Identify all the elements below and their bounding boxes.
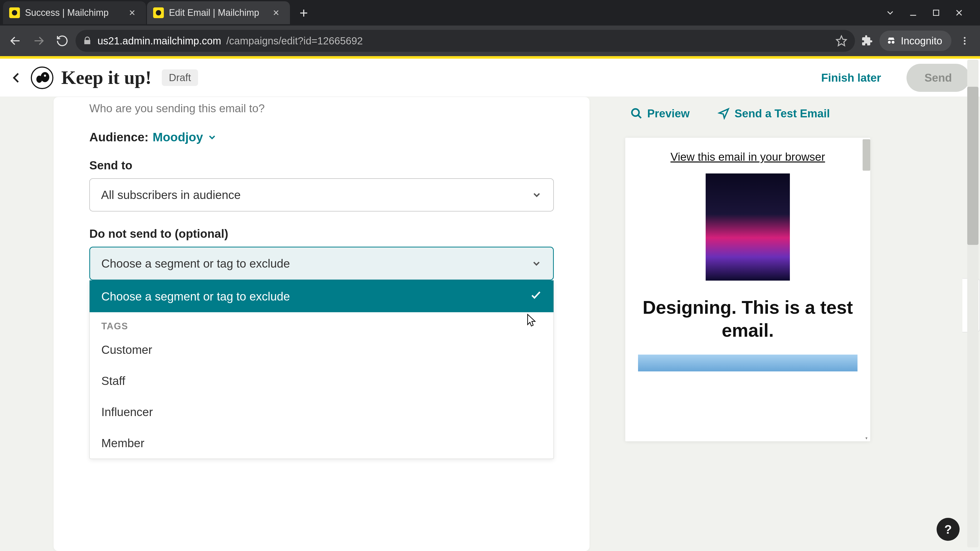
send-to-select[interactable]: All subscribers in audience [89,178,554,211]
url-input[interactable]: us21.admin.mailchimp.com/campaigns/edit?… [76,30,855,52]
mailchimp-logo-icon[interactable] [30,66,54,89]
forward-button[interactable] [29,30,49,51]
paper-plane-icon [718,107,730,120]
tab-edit-email[interactable]: Edit Email | Mailchimp × [147,1,290,24]
back-button[interactable] [5,30,25,51]
check-icon [530,289,542,303]
send-button[interactable]: Send [907,64,970,92]
new-tab-button[interactable]: + [296,5,311,21]
back-chevron-icon[interactable] [10,71,23,84]
app-viewport: Keep it up! Draft Finish later Send Who … [0,56,980,551]
app-header: Keep it up! Draft Finish later Send [0,59,980,97]
reload-button[interactable] [52,30,73,51]
audience-row[interactable]: Audience: Moodjoy [89,130,554,144]
tab-success[interactable]: Success | Mailchimp × [3,1,146,24]
content: Who are you sending this email to? Audie… [0,97,980,551]
chevron-down-icon [531,189,542,200]
window-close-icon[interactable] [951,5,967,21]
scroll-down-icon[interactable]: ▾ [862,434,870,441]
search-icon [630,107,643,120]
preview-button[interactable]: Preview [630,107,690,120]
extensions-icon[interactable] [861,35,873,47]
svg-rect-3 [934,10,939,16]
close-icon[interactable]: × [270,6,282,20]
mailchimp-favicon-icon [9,7,20,18]
send-test-label: Send a Test Email [735,107,830,120]
exclude-label: Do not send to (optional) [89,227,554,241]
send-to-value: All subscribers in audience [101,188,241,202]
dropdown-option-member[interactable]: Member [89,427,554,459]
svg-line-19 [638,115,641,118]
status-badge: Draft [162,69,198,86]
svg-point-0 [12,10,18,16]
svg-point-1 [156,10,161,16]
svg-point-10 [891,41,894,44]
dropdown-group-header: TAGS [89,312,554,334]
dropdown-option-staff[interactable]: Staff [89,365,554,396]
email-secondary-image [638,354,858,372]
incognito-icon [886,35,897,46]
svg-point-16 [41,72,49,82]
tab-title: Edit Email | Mailchimp [169,7,265,18]
browser-chrome: Success | Mailchimp × Edit Email | Mailc… [0,0,980,56]
svg-marker-8 [836,36,846,46]
campaign-title: Keep it up! [61,67,151,89]
exclude-select[interactable]: Choose a segment or tag to exclude [89,247,554,280]
help-button[interactable]: ? [937,518,959,541]
email-hero-image [706,173,790,281]
svg-point-18 [632,109,639,116]
close-icon[interactable]: × [126,6,138,20]
incognito-label: Incognito [901,35,942,47]
svg-point-13 [964,43,966,44]
preview-scrollbar-thumb[interactable] [862,139,870,171]
preview-label: Preview [647,107,690,120]
chevron-down-icon [531,258,542,269]
email-preview-panel: ▴ View this email in your browser Design… [625,138,870,441]
mailchimp-favicon-icon [153,7,164,18]
maximize-icon[interactable] [928,5,944,21]
sidebar: Preview Send a Test Email ▴ View this em… [590,97,926,551]
view-in-browser-link[interactable]: View this email in your browser [625,151,870,163]
window-controls [883,5,977,21]
tab-title: Success | Mailchimp [25,7,121,18]
dropdown-option-customer[interactable]: Customer [89,334,554,365]
bookmark-star-icon[interactable] [835,35,847,47]
dropdown-option-selected[interactable]: Choose a segment or tag to exclude [89,280,554,312]
svg-point-17 [44,75,46,76]
audience-label: Audience: [89,130,148,144]
dropdown-option-influencer[interactable]: Influencer [89,396,554,427]
incognito-badge[interactable]: Incognito [880,30,951,51]
svg-point-9 [888,41,891,44]
exclude-dropdown: Choose a segment or tag to exclude TAGS … [89,280,554,459]
dropdown-selected-label: Choose a segment or tag to exclude [101,289,290,303]
svg-point-11 [964,37,966,39]
section-subhead: Who are you sending this email to? [89,102,554,115]
finish-later-button[interactable]: Finish later [811,65,891,91]
editor-card: Who are you sending this email to? Audie… [54,97,590,551]
page-scrollbar-thumb[interactable] [967,87,978,245]
send-to-label: Send to [89,159,554,172]
audience-value: Moodjoy [153,130,203,144]
lock-icon [82,36,92,46]
url-path: /campaigns/edit?id=12665692 [226,35,363,47]
address-bar: us21.admin.mailchimp.com/campaigns/edit?… [0,25,980,56]
url-domain: us21.admin.mailchimp.com [97,35,221,47]
svg-point-12 [964,40,966,42]
browser-menu-button[interactable] [955,30,975,51]
tab-bar: Success | Mailchimp × Edit Email | Mailc… [0,0,980,25]
send-test-button[interactable]: Send a Test Email [718,107,830,120]
email-heading: Designing. This is a test email. [625,296,870,342]
tab-search-icon[interactable] [883,5,898,21]
preview-actions: Preview Send a Test Email [630,107,916,120]
chevron-down-icon [207,132,217,142]
brand-accent-bar [0,56,980,59]
minimize-icon[interactable] [905,5,921,21]
exclude-value: Choose a segment or tag to exclude [101,257,290,270]
